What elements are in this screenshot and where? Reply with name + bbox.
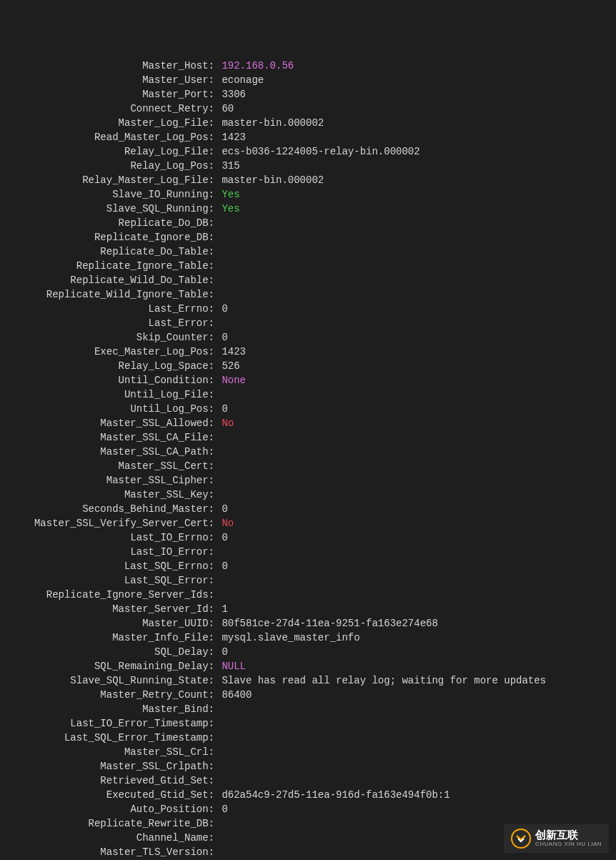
status-row: Relay_Log_File: ecs-b036-1224005-relay-b… [0,144,616,159]
status-row: Relay_Master_Log_File: master-bin.000002 [0,173,616,187]
field-label: Executed_Gtid_Set: [0,788,214,802]
status-row: Master_SSL_CA_Path: [0,445,616,459]
status-row: Last_IO_Errno: 0 [0,530,616,545]
status-row: Relay_Log_Space: 526 [0,359,616,373]
field-value: Yes [214,203,240,214]
field-value: 0 [214,403,228,415]
field-value [214,732,216,743]
field-value: 0 [214,804,228,815]
field-label: Master_SSL_Verify_Server_Cert: [0,516,214,530]
status-row: Master_Port: 3306 [0,87,616,102]
field-label: Retrieved_Gtid_Set: [0,773,214,788]
status-row: Master_UUID: 80f581ce-27d4-11ea-9251-fa1… [0,616,616,631]
field-value [214,832,216,844]
status-row: Replicate_Do_DB: [0,216,616,230]
field-label: Master_SSL_Allowed: [0,416,214,430]
field-value: No [214,518,234,529]
field-value: 1 [214,603,228,615]
field-value: 1423 [214,346,246,357]
field-label: Last_SQL_Error_Timestamp: [0,731,214,745]
field-label: Replicate_Do_Table: [0,244,214,259]
field-label: Master_SSL_Crlpath: [0,759,214,773]
field-label: Slave_SQL_Running_State: [0,673,214,688]
watermark-en: CHUANG XIN HU LIAN [535,841,602,848]
status-row: Master_SSL_Allowed: No [0,416,616,430]
status-row: Retrieved_Gtid_Set: [0,773,616,788]
status-row: Executed_Gtid_Set: d62a54c9-27d5-11ea-91… [0,788,616,802]
field-label: Replicate_Do_DB: [0,216,214,230]
watermark-cn: 创新互联 [535,829,602,841]
field-value [214,475,216,486]
field-label: Last_SQL_Errno: [0,559,214,573]
field-label: Slave_IO_Running: [0,187,214,202]
field-label: Last_Error: [0,316,214,330]
field-label: SQL_Remaining_Delay: [0,659,214,673]
field-value [214,489,216,500]
field-value: 86400 [214,689,252,701]
field-label: Master_TLS_Version: [0,845,214,859]
field-value: d62a54c9-27d5-11ea-916d-fa163e494f0b:1 [214,789,450,801]
field-label: Relay_Master_Log_File: [0,173,214,187]
field-value [214,575,216,586]
field-label: Last_IO_Error: [0,545,214,559]
status-row: Replicate_Ignore_DB: [0,230,616,244]
field-label: Relay_Log_Space: [0,359,214,373]
field-label: Master_Log_File: [0,116,214,130]
field-value [214,275,216,286]
field-value [214,317,216,329]
field-value: None [214,375,246,386]
field-label: Relay_Log_File: [0,144,214,159]
field-value [214,818,216,829]
status-row: Last_Error: [0,316,616,330]
field-value: 315 [214,160,240,172]
field-value [214,703,216,715]
field-value [214,746,216,758]
status-row: Auto_Position: 0 [0,802,616,816]
field-value: master-bin.000002 [214,117,324,129]
field-value: 60 [214,103,234,114]
field-value: 526 [214,360,240,372]
field-label: Replicate_Wild_Ignore_Table: [0,287,214,302]
field-label: Exec_Master_Log_Pos: [0,345,214,359]
field-label: Replicate_Ignore_Table: [0,259,214,273]
status-row: Last_SQL_Errno: 0 [0,559,616,573]
status-row: Master_SSL_CA_File: [0,430,616,445]
field-value [214,761,216,772]
status-row: Read_Master_Log_Pos: 1423 [0,130,616,144]
status-row: Master_SSL_Verify_Server_Cert: No [0,516,616,530]
field-label: Replicate_Rewrite_DB: [0,816,214,831]
field-value: Yes [214,189,240,200]
status-row: Replicate_Ignore_Table: [0,259,616,273]
status-row: Slave_SQL_Running_State: Slave has read … [0,673,616,688]
status-row: Replicate_Wild_Do_Table: [0,273,616,287]
field-label: Master_Server_Id: [0,602,214,616]
terminal-output: Master_Host: 192.168.0.56Master_User: ec… [0,57,616,860]
field-label: Until_Condition: [0,373,214,387]
field-label: Master_Info_File: [0,631,214,645]
status-row: Exec_Master_Log_Pos: 1423 [0,345,616,359]
field-value: econage [214,74,264,86]
status-row: Until_Log_Pos: 0 [0,402,616,416]
field-label: Master_SSL_Key: [0,488,214,502]
field-value [214,589,216,600]
field-value: 0 [214,532,228,543]
field-label: Master_SSL_Cert: [0,459,214,473]
status-row: Last_Errno: 0 [0,302,616,316]
status-row: Last_SQL_Error_Timestamp: [0,731,616,745]
field-value [214,775,216,786]
field-label: Master_Bind: [0,702,214,716]
field-value: 1423 [214,132,246,143]
field-label: Slave_SQL_Running: [0,202,214,216]
status-row: Master_User: econage [0,73,616,87]
watermark-text: 创新互联 CHUANG XIN HU LIAN [535,829,602,847]
field-value [214,460,216,472]
field-label: Last_Errno: [0,302,214,316]
status-row: Master_Log_File: master-bin.000002 [0,116,616,130]
field-label: Master_User: [0,73,214,87]
field-label: Master_SSL_Cipher: [0,473,214,488]
status-row: Replicate_Ignore_Server_Ids: [0,588,616,602]
field-value [214,289,216,300]
watermark-icon [511,829,531,849]
field-value [214,846,216,858]
field-value [214,217,216,229]
